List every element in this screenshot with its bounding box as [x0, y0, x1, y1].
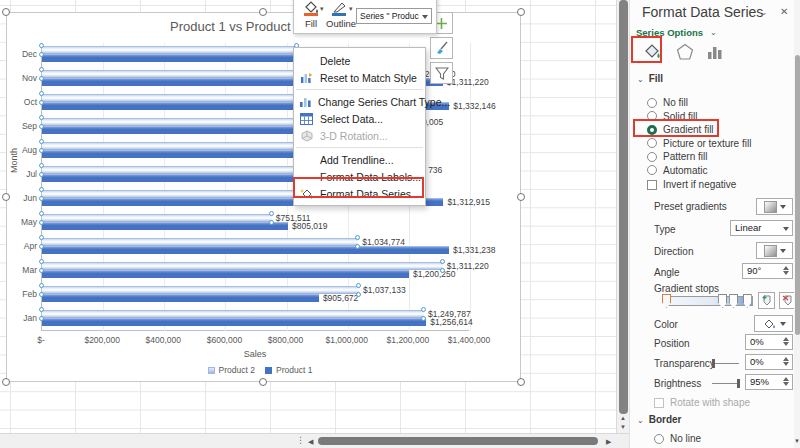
chart-selection-handle[interactable] [517, 8, 525, 16]
chart-selection-handle[interactable] [517, 378, 525, 386]
chart-title[interactable]: Product 1 vs Product [170, 19, 291, 34]
menu-item-change-series-chart-type[interactable]: Change Series Chart Type... [294, 93, 425, 110]
series-point-handle[interactable] [39, 76, 44, 81]
fill-option-solid-fill[interactable]: Solid fill [647, 110, 697, 123]
series-point-handle[interactable] [39, 283, 44, 288]
series-point-handle[interactable] [356, 292, 361, 297]
direction-dropdown[interactable] [756, 242, 793, 259]
series-point-handle[interactable] [356, 283, 361, 288]
series-point-handle[interactable] [39, 220, 44, 225]
invert-if-negative-checkbox[interactable]: Invert if negative [647, 178, 736, 191]
pane-scrollbar[interactable]: ▼ [794, 0, 800, 448]
fill-section-header[interactable]: ⌄Fill [637, 73, 663, 84]
chart-legend[interactable]: Product 2Product 1 [7, 365, 503, 375]
border-section-header[interactable]: ⌄Border [637, 414, 682, 425]
series-point-handle[interactable] [39, 307, 44, 312]
scrollbar-splitter[interactable]: ⋮ [296, 435, 305, 445]
scroll-right-icon[interactable]: ▶ [606, 438, 611, 446]
bar-product-1-jan[interactable] [42, 318, 426, 326]
series-point-handle[interactable] [39, 235, 44, 240]
bar-product-2-apr[interactable] [42, 238, 358, 246]
chart-selection-handle[interactable] [2, 193, 10, 201]
series-point-handle[interactable] [269, 211, 274, 216]
chart-element-selector[interactable]: Series " Produc [356, 8, 432, 24]
series-point-handle[interactable] [355, 235, 360, 240]
bar-product-2-jan[interactable] [42, 310, 424, 318]
transparency-slider[interactable] [712, 363, 739, 364]
chart-selection-handle[interactable] [2, 378, 10, 386]
brightness-spinner[interactable]: 95% [745, 374, 793, 390]
outline-dropdown-caret[interactable]: ▾ [349, 5, 353, 13]
slider-handle[interactable] [737, 379, 740, 388]
menu-item-reset-to-match-style[interactable]: Reset to Match Style [294, 69, 425, 86]
menu-item-add-trendline[interactable]: Add Trendline... [294, 151, 425, 168]
tab-fill-line[interactable] [638, 40, 664, 64]
series-point-handle[interactable] [39, 124, 44, 129]
menu-item-select-data[interactable]: Select Data... [294, 110, 425, 127]
series-point-handle[interactable] [440, 268, 445, 273]
series-point-handle[interactable] [421, 307, 426, 312]
bar-product-1-feb[interactable] [42, 294, 319, 302]
gradient-stops-slider[interactable] [666, 296, 753, 306]
series-point-handle[interactable] [39, 244, 44, 249]
fill-option-no-fill[interactable]: No fill [647, 96, 688, 109]
series-point-handle[interactable] [39, 100, 44, 105]
scroll-down-icon[interactable]: ▼ [620, 424, 626, 430]
series-point-handle[interactable] [39, 316, 44, 321]
hscroll-thumb[interactable] [318, 437, 598, 445]
series-point-handle[interactable] [39, 196, 44, 201]
bar-product-1-may[interactable] [42, 222, 288, 230]
position-spinner[interactable]: 0% [745, 334, 793, 350]
series-point-handle[interactable] [39, 43, 44, 48]
spinner-arrows-icon[interactable] [782, 336, 790, 347]
chart-filters-button[interactable] [430, 62, 453, 84]
fill-dropdown-caret[interactable]: ▾ [320, 5, 324, 13]
fill-option-gradient-fill[interactable]: Gradient fill [647, 123, 714, 136]
series-point-handle[interactable] [39, 148, 44, 153]
series-point-handle[interactable] [39, 292, 44, 297]
menu-item-format-data-labels[interactable]: Format Data Labels... [294, 168, 425, 185]
tab-effects[interactable] [672, 40, 698, 64]
scroll-left-icon[interactable]: ◀ [308, 438, 313, 446]
pane-scroll-thumb[interactable] [795, 55, 800, 335]
series-point-handle[interactable] [39, 163, 44, 168]
series-point-handle[interactable] [440, 259, 445, 264]
type-select[interactable]: Linear [730, 220, 793, 236]
series-point-handle[interactable] [39, 115, 44, 120]
color-dropdown[interactable] [754, 315, 793, 332]
add-gradient-stop-button[interactable] [758, 292, 775, 309]
scroll-down-icon[interactable]: ▼ [794, 438, 800, 444]
fill-option-pattern-fill[interactable]: Pattern fill [647, 150, 707, 163]
series-options-chevron-icon[interactable]: ⌄ [710, 28, 717, 37]
preset-gradients-dropdown[interactable] [756, 198, 793, 215]
bar-product-2-dec[interactable] [42, 46, 297, 54]
bar-product-1-apr[interactable] [42, 246, 449, 254]
x-axis-title[interactable]: Sales [7, 349, 503, 359]
series-point-handle[interactable] [39, 52, 44, 57]
series-point-handle[interactable] [39, 259, 44, 264]
slider-handle[interactable] [712, 359, 715, 368]
scroll-up-icon[interactable]: ▲ [620, 415, 626, 421]
menu-item-format-data-series[interactable]: Format Data Series... [294, 185, 425, 202]
series-point-handle[interactable] [39, 187, 44, 192]
spinner-arrows-icon[interactable] [782, 356, 790, 367]
sheet-vertical-scrollbar[interactable]: ▲ ▼ [616, 0, 629, 433]
series-point-handle[interactable] [39, 211, 44, 216]
y-axis-title[interactable]: Month [9, 148, 19, 173]
chart-selection-handle[interactable] [259, 378, 267, 386]
chart-selection-handle[interactable] [517, 193, 525, 201]
pane-options-chevron-icon[interactable]: ⌄ [760, 7, 768, 17]
series-point-handle[interactable] [269, 220, 274, 225]
transparency-spinner[interactable]: 0% [745, 354, 793, 370]
spinner-arrows-icon[interactable] [782, 376, 790, 387]
series-point-handle[interactable] [39, 67, 44, 72]
tab-series-options[interactable] [702, 40, 728, 64]
bar-product-1-mar[interactable] [42, 270, 409, 278]
border-no-line-radio[interactable]: No line [654, 432, 701, 445]
brightness-slider[interactable] [712, 383, 739, 384]
menu-item-delete[interactable]: Delete [294, 52, 425, 69]
fill-option-automatic[interactable]: Automatic [647, 164, 707, 177]
sheet-horizontal-scrollbar[interactable]: ⋮ ◀ ▶ [0, 433, 629, 448]
series-options-label[interactable]: Series Options [636, 27, 703, 38]
pane-close-icon[interactable]: ✕ [780, 6, 788, 17]
